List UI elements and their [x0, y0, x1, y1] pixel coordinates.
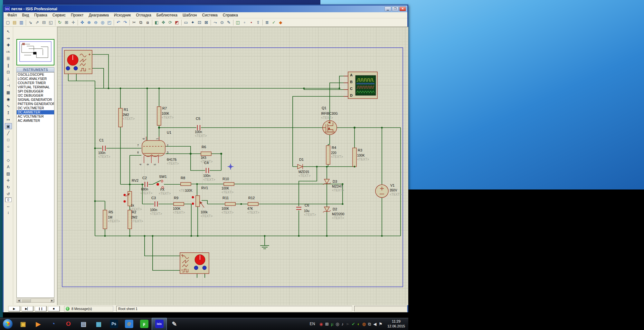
current-probe-mode[interactable]: ↦ — [5, 116, 12, 122]
satellite-tray-icon[interactable]: ➣ — [346, 322, 349, 326]
redo-icon[interactable]: ↷ — [122, 19, 128, 26]
device-pins-mode[interactable]: ⊣ — [5, 82, 12, 89]
pause-button[interactable]: ❙❙ — [34, 306, 47, 312]
instrument-item-virtual-terminal[interactable]: VIRTUAL TERMINAL — [17, 85, 54, 89]
utorrent-tray-icon[interactable]: µ — [331, 322, 334, 326]
import-icon[interactable]: ⇘ — [27, 19, 34, 26]
menu-проект[interactable]: Проект — [68, 13, 86, 18]
taskbar-clock[interactable]: 11:29 12.06.2015 — [387, 319, 405, 329]
schematic-canvas[interactable] — [57, 27, 408, 305]
property-icon[interactable]: ✎ — [225, 19, 232, 26]
taskbar-explorer[interactable]: ▣ — [15, 318, 31, 330]
taskbar-opera[interactable]: O — [61, 318, 76, 330]
voltage-probe-mode[interactable]: ↥ — [5, 110, 12, 116]
buses-mode[interactable]: ∥ — [5, 62, 12, 68]
marker-2d-mode[interactable]: ✛ — [5, 177, 12, 183]
subcircuit-mode[interactable]: ⊡ — [5, 69, 12, 75]
taskbar-pen-tool[interactable]: ✎ — [167, 318, 182, 330]
new-file-icon[interactable]: ▢ — [5, 19, 11, 26]
rotate-cw-button[interactable]: ↻ — [5, 184, 12, 190]
instrument-item-logic-analyser[interactable]: LOGIC ANALYSER — [17, 77, 54, 81]
export-icon[interactable]: ⇗ — [34, 19, 41, 26]
scroll-left-icon[interactable]: ◀ — [17, 299, 21, 302]
speaker-tray-icon[interactable]: ◀ — [373, 322, 376, 326]
menu-система[interactable]: Система — [199, 13, 220, 18]
component-mode[interactable]: ⇒ — [5, 35, 12, 41]
taskbar-media-player[interactable]: ▶ — [31, 318, 46, 330]
graph-mode[interactable]: ▦ — [5, 89, 12, 95]
language-indicator[interactable]: EN — [310, 322, 315, 326]
text-script-mode[interactable]: ☰ — [5, 55, 12, 62]
new-sheet-icon[interactable]: ▫ — [241, 19, 248, 26]
instrument-item-i2c-debugger[interactable]: I2C DEBUGGER — [17, 93, 54, 98]
line-2d-mode[interactable]: ╱ — [5, 130, 12, 136]
zoom-out-icon[interactable]: ⊖ — [92, 19, 99, 26]
make-device-icon[interactable]: ✦ — [189, 19, 196, 26]
block-rotate-icon[interactable]: ⟳ — [167, 19, 174, 26]
nvidia-tray-icon[interactable]: ◐ — [357, 322, 360, 326]
tape-recorder-mode[interactable]: ◉ — [5, 96, 12, 102]
taskbar-isis[interactable]: isis — [152, 318, 167, 330]
paste-icon[interactable]: ⧇ — [144, 19, 151, 26]
search-tag-icon[interactable]: ⊙ — [219, 19, 225, 26]
minimize-button[interactable]: ▁ — [384, 6, 391, 11]
instrument-item-dc-voltmeter[interactable]: DC VOLTMETER — [17, 106, 54, 110]
menu-сервис[interactable]: Сервис — [50, 13, 68, 18]
text-2d-mode[interactable]: A — [5, 164, 12, 170]
redraw-icon[interactable]: ↻ — [56, 19, 63, 26]
network-tray-icon[interactable]: ⧉ — [368, 322, 371, 326]
netlist-icon[interactable]: ◆ — [277, 19, 284, 26]
arc-2d-mode[interactable]: ⌒ — [5, 150, 12, 156]
menu-шаблон[interactable]: Шаблон — [180, 13, 199, 18]
close-button[interactable]: ✕ — [399, 6, 406, 11]
open-folder-icon[interactable]: ▤ — [11, 19, 18, 26]
play-button[interactable]: ▶ — [8, 306, 20, 312]
bom-icon[interactable]: ≣ — [264, 19, 270, 26]
path-2d-mode[interactable]: ◇ — [5, 157, 12, 163]
instrument-item-signal-generator[interactable]: SIGNAL GENERATOR — [17, 98, 54, 102]
menu-правка[interactable]: Правка — [32, 13, 50, 18]
taskbar-photoshop[interactable]: Ps — [106, 318, 121, 330]
instrument-item-dc-ammeter[interactable]: DC AMMETER — [17, 110, 54, 114]
pick-parts-icon[interactable]: ▭ — [183, 19, 189, 26]
scroll-right-icon[interactable]: ▶ — [50, 299, 54, 302]
taskbar-mail-agent[interactable]: @ — [121, 318, 137, 330]
decompose-icon[interactable]: ⊠ — [203, 19, 210, 26]
instrument-item-oscilloscope[interactable]: OSCILLOSCOPE — [17, 73, 54, 77]
selector-scrollbar[interactable]: ◀ ▶ — [16, 298, 54, 303]
menu-файл[interactable]: Файл — [5, 13, 20, 18]
audio-settings-tray-icon[interactable]: ♪ — [341, 322, 344, 326]
step-button[interactable]: ▶▏ — [21, 306, 33, 312]
copy-icon[interactable]: ⧉ — [137, 19, 144, 26]
message-cell[interactable]: i 8 Message(s) — [64, 306, 114, 312]
goto-parent-icon[interactable]: ⇧ — [255, 19, 261, 26]
overview-pane[interactable] — [16, 39, 54, 65]
start-button[interactable] — [3, 319, 13, 329]
wire-label-mode[interactable]: LBL — [5, 49, 12, 55]
menu-отладка[interactable]: Отладка — [133, 13, 154, 18]
menu-библиотека[interactable]: Библиотека — [154, 13, 180, 18]
symbol-2d-mode[interactable]: ▤ — [5, 170, 12, 177]
terminals-mode[interactable]: ⊥ — [5, 76, 12, 82]
stop-button[interactable]: ■ — [48, 306, 60, 312]
zoom-area-icon[interactable]: ◰ — [106, 19, 113, 26]
taskbar-utorrent[interactable]: µ — [137, 318, 152, 330]
taskbar-calculator[interactable]: ▦ — [91, 318, 106, 330]
packaging-icon[interactable]: ⊡ — [196, 19, 203, 26]
usb-remove-tray-icon[interactable]: ✔ — [352, 322, 355, 326]
cut-icon[interactable]: ✂ — [131, 19, 137, 26]
rotate-ccw-button[interactable]: ↺ — [5, 191, 12, 197]
window-titlebar[interactable]: isis петля - ISIS Professional ▁❐✕ — [4, 5, 407, 12]
maximize-button[interactable]: ❐ — [392, 6, 399, 11]
windows-update-tray-icon[interactable]: ⊞ — [325, 322, 329, 326]
instrument-item-ac-voltmeter[interactable]: AC VOLTMETER — [17, 114, 54, 119]
recorder-tray-icon[interactable]: ◉ — [319, 322, 323, 326]
menu-исходник[interactable]: Исходник — [111, 13, 133, 18]
instrument-item-spi-debugger[interactable]: SPI DEBUGGER — [17, 89, 54, 93]
block-move-icon[interactable]: ✥ — [160, 19, 167, 26]
print-area-icon[interactable]: ◱ — [47, 19, 54, 26]
download-master-tray-icon[interactable]: ◍ — [362, 322, 366, 326]
zoom-in-icon[interactable]: ⊕ — [86, 19, 92, 26]
remove-sheet-icon[interactable]: ▪ — [248, 19, 255, 26]
generator-mode[interactable]: ∿ — [5, 103, 12, 109]
